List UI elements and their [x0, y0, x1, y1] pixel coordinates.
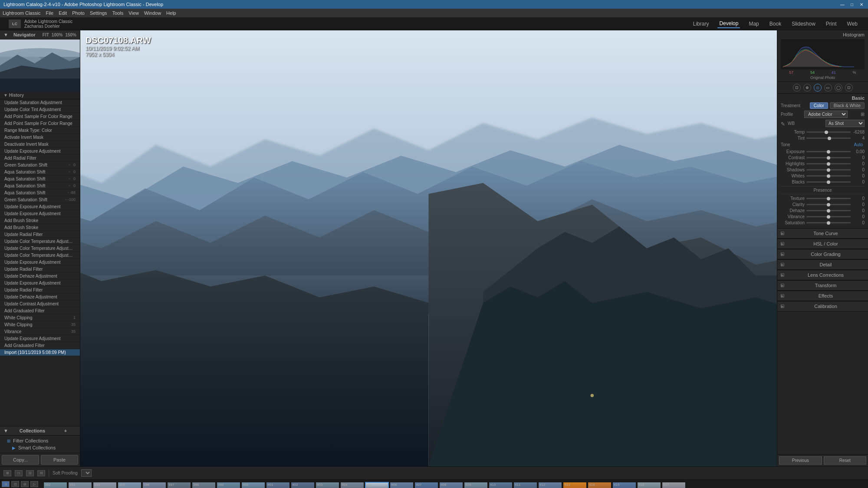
- whites-thumb[interactable]: [827, 174, 830, 178]
- saturation-track[interactable]: [806, 222, 851, 223]
- dehaze-thumb[interactable]: [827, 209, 830, 213]
- film-thumb-22[interactable]: 414: [588, 482, 612, 488]
- nav-print[interactable]: Print: [824, 20, 838, 28]
- film-thumb-23[interactable]: 415: [612, 482, 636, 488]
- shadows-thumb[interactable]: [827, 168, 830, 172]
- previous-button[interactable]: Previous: [779, 456, 822, 465]
- tint-thumb[interactable]: [828, 137, 831, 140]
- history-item-36[interactable]: Import (10/11/2019 5:08:09 PM): [0, 349, 80, 356]
- history-item-8[interactable]: Add Radial Filter: [0, 155, 80, 162]
- collections-header[interactable]: ▼ Collections +: [0, 426, 80, 436]
- transform-header[interactable]: ▶ Transform: [777, 280, 868, 291]
- history-item-16[interactable]: Update Exposure Adjustment: [0, 210, 80, 217]
- history-item-7[interactable]: Update Exposure Adjustment: [0, 148, 80, 155]
- history-item-15[interactable]: Update Exposure Adjustment: [0, 203, 80, 210]
- soft-proofing-select[interactable]: [81, 469, 92, 477]
- exposure-thumb[interactable]: [827, 150, 830, 154]
- nav-map[interactable]: Map: [747, 20, 760, 28]
- menu-view[interactable]: View: [128, 10, 139, 16]
- history-item-1[interactable]: Update Color Tint Adjustment: [0, 106, 80, 113]
- film-thumb-25[interactable]: 817: [662, 482, 686, 488]
- nav-library[interactable]: Library: [691, 20, 711, 28]
- history-item-2[interactable]: Add Point Sample For Color Range: [0, 113, 80, 120]
- nav-book[interactable]: Book: [768, 20, 783, 28]
- menu-lightroom[interactable]: Lightroom Classic: [3, 10, 40, 16]
- history-item-17[interactable]: Add Brush Stroke: [0, 217, 80, 224]
- whites-track[interactable]: [806, 175, 851, 177]
- history-item-4[interactable]: Range Mask Type: Color: [0, 127, 80, 134]
- paste-button[interactable]: Paste: [41, 455, 78, 465]
- collections-add[interactable]: +: [64, 428, 67, 433]
- menu-photo[interactable]: Photo: [72, 10, 85, 16]
- nav-150[interactable]: 150%: [65, 33, 76, 37]
- film-thumb-4[interactable]: 396: [142, 482, 166, 488]
- film-thumb-2[interactable]: 394: [93, 482, 117, 488]
- history-item-18[interactable]: Add Brush Stroke: [0, 224, 80, 231]
- history-item-29[interactable]: Update Contrast Adjustment: [0, 301, 80, 308]
- smart-collections[interactable]: ▶ Smart Collections: [0, 444, 80, 451]
- nav-develop[interactable]: Develop: [717, 20, 740, 28]
- menu-settings[interactable]: Settings: [90, 10, 107, 16]
- nav-fit[interactable]: FIT: [43, 33, 49, 37]
- history-item-10[interactable]: Aqua Saturation Shift- 0: [0, 169, 80, 176]
- film-thumb-19[interactable]: 411: [513, 482, 537, 488]
- film-thumb-5[interactable]: 397: [167, 482, 191, 488]
- history-item-0[interactable]: Update Saturation Adjustment: [0, 99, 80, 106]
- history-item-5[interactable]: Activate Invert Mask: [0, 134, 80, 141]
- minimize-button[interactable]: —: [839, 1, 845, 7]
- graduated-filter-tool[interactable]: ▭: [824, 84, 832, 92]
- history-item-32[interactable]: White Clipping35: [0, 321, 80, 328]
- contrast-track[interactable]: [806, 157, 851, 158]
- hsl-color-header[interactable]: ▶ HSL / Color: [777, 239, 868, 249]
- film-thumb-21[interactable]: 413: [563, 482, 587, 488]
- history-item-11[interactable]: Aqua Saturation Shift- 0: [0, 176, 80, 183]
- menu-help[interactable]: Help: [166, 10, 176, 16]
- highlights-thumb[interactable]: [827, 162, 830, 166]
- history-item-35[interactable]: Add Graduated Filter: [0, 342, 80, 349]
- saturation-thumb[interactable]: [827, 221, 830, 225]
- calibration-header[interactable]: ▶ Calibration: [777, 301, 868, 311]
- contrast-thumb[interactable]: [827, 156, 830, 160]
- menu-tools[interactable]: Tools: [112, 10, 124, 16]
- tint-track[interactable]: [806, 138, 851, 139]
- film-thumb-10[interactable]: 402: [291, 482, 315, 488]
- film-thumb-16[interactable]: 408: [439, 482, 463, 488]
- crop-tool[interactable]: ⊡: [793, 84, 801, 92]
- history-item-24[interactable]: Update Radial Filter: [0, 266, 80, 273]
- nav-100[interactable]: 100%: [52, 33, 63, 37]
- history-item-3[interactable]: Add Point Sample For Color Range: [0, 120, 80, 127]
- history-item-33[interactable]: Vibrance35: [0, 328, 80, 335]
- wb-select[interactable]: As Shot: [825, 120, 865, 127]
- effects-header[interactable]: ▶ Effects: [777, 291, 868, 301]
- redeye-tool[interactable]: ◎: [814, 84, 822, 92]
- auto-button[interactable]: Auto: [852, 142, 865, 147]
- temp-track[interactable]: [806, 131, 851, 133]
- menu-window[interactable]: Window: [144, 10, 161, 16]
- blacks-track[interactable]: [806, 181, 851, 183]
- nav-slideshow[interactable]: Slideshow: [790, 20, 817, 28]
- compare-view-btn[interactable]: ⊡: [26, 470, 34, 476]
- copy-button[interactable]: Copy...: [2, 455, 39, 465]
- nav-web[interactable]: Web: [845, 20, 859, 28]
- film-thumb-3[interactable]: 395: [118, 482, 141, 488]
- profile-select[interactable]: Adobe Color: [804, 111, 848, 118]
- filmstrip-view3-btn[interactable]: ⊟: [21, 481, 29, 487]
- filmstrip-grid-btn[interactable]: ⊞: [2, 481, 10, 487]
- history-item-25[interactable]: Update Dehaze Adjustment: [0, 273, 80, 280]
- filmstrip-view4-btn[interactable]: ▷: [30, 481, 38, 487]
- color-btn[interactable]: Color: [810, 102, 828, 109]
- menu-edit[interactable]: Edit: [59, 10, 67, 16]
- close-button[interactable]: ✕: [858, 1, 865, 7]
- filmstrip-view2-btn[interactable]: ⊡: [11, 481, 19, 487]
- shadows-track[interactable]: [806, 169, 851, 170]
- history-item-28[interactable]: Update Dehaze Adjustment: [0, 294, 80, 301]
- temp-thumb[interactable]: [825, 131, 828, 134]
- film-thumb-11[interactable]: 403: [316, 482, 339, 488]
- lens-corrections-header[interactable]: ▶ Lens Corrections: [777, 270, 868, 280]
- history-item-23[interactable]: Update Exposure Adjustment: [0, 259, 80, 266]
- film-thumb-12[interactable]: 404: [340, 482, 364, 488]
- exposure-track[interactable]: [806, 151, 851, 152]
- detail-header[interactable]: ▶ Detail: [777, 259, 868, 270]
- film-thumb-17[interactable]: 409: [464, 482, 488, 488]
- history-item-22[interactable]: Update Color Temperature Adjustment: [0, 252, 80, 259]
